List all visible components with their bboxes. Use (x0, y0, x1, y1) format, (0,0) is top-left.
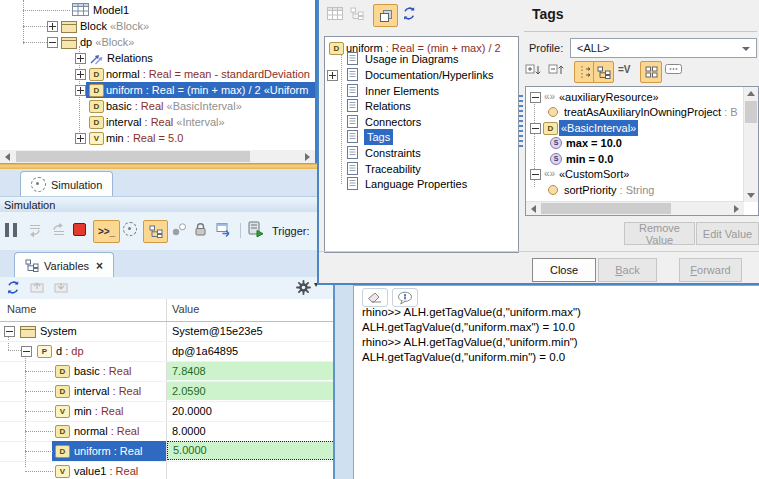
scroll-right-arrow[interactable] (305, 153, 310, 161)
tree-item-block[interactable]: Block «Block» (0, 18, 315, 34)
nav-item-traceability[interactable]: Traceability (325, 161, 518, 177)
table-row-uniform[interactable]: D uniform : Real 5.0000 (0, 441, 333, 462)
show-default-values-icon[interactable] (574, 61, 595, 83)
edit-value-button[interactable]: Edit Value (696, 222, 759, 245)
expand-icon[interactable] (75, 69, 86, 80)
nav-item-constraints[interactable]: Constraints (325, 145, 518, 161)
nav-item-language-properties[interactable]: Language Properties (325, 176, 518, 192)
column-header-value[interactable]: Value (172, 303, 199, 315)
tag-group-basicinterval[interactable]: D «BasicInterval» (526, 120, 742, 136)
expand-all-icon[interactable] (30, 281, 45, 294)
vertical-scrollbar[interactable] (743, 87, 758, 202)
table-view-icon[interactable] (327, 7, 343, 20)
close-button[interactable]: Close (532, 258, 596, 282)
scrollbar-thumb[interactable] (745, 101, 757, 123)
expand-all-icon[interactable] (525, 63, 542, 78)
scroll-right-arrow[interactable] (734, 205, 739, 213)
table-row-min[interactable]: V min : Real 20.0000 (0, 401, 333, 422)
lock-icon[interactable] (194, 222, 207, 237)
expand-icon[interactable] (47, 21, 58, 32)
expand-icon[interactable] (75, 85, 86, 96)
variables-toggle-icon[interactable] (143, 220, 168, 243)
nav-item-documentation[interactable]: Documentation/Hyperlinks (325, 67, 518, 83)
nav-item-connectors[interactable]: Connectors (325, 114, 518, 130)
tree-item-normal[interactable]: D normal : Real = mean - standardDeviati… (0, 66, 315, 82)
row-value[interactable]: 2.0590 (167, 382, 333, 400)
tree-item-dp[interactable]: dp «Block» (0, 34, 315, 50)
grid-view-icon[interactable] (640, 61, 662, 83)
remove-value-button[interactable]: Remove Value (624, 222, 695, 245)
terminate-icon[interactable] (73, 223, 86, 236)
row-value[interactable]: dp@1a64895 (172, 341, 238, 361)
row-value-focused[interactable]: 5.0000 (167, 441, 333, 460)
group-by-profile-icon[interactable] (593, 61, 614, 83)
scrollbar-thumb[interactable] (16, 151, 250, 162)
dialog-splitter[interactable] (519, 95, 523, 147)
table-row-basic[interactable]: D basic : Real 7.8408 (0, 361, 333, 382)
column-header-name[interactable]: Name (7, 303, 36, 315)
tag-item-sortpriority[interactable]: sortPriority : String (526, 182, 742, 198)
refresh-icon[interactable] (6, 280, 21, 295)
message-info-icon[interactable] (392, 288, 418, 307)
collapse-icon[interactable] (21, 346, 32, 357)
nav-item-inner-elements[interactable]: Inner Elements (325, 83, 518, 99)
tree-view-icon[interactable] (350, 7, 364, 20)
tag-item-min[interactable]: S min = 0.0 (526, 151, 742, 167)
tree-item-interval[interactable]: D interval : Real «Interval» (0, 114, 315, 130)
console-toggle-icon[interactable]: >>_ (93, 220, 120, 243)
back-button[interactable]: Back (598, 258, 657, 282)
expand-icon[interactable] (75, 53, 86, 64)
tag-item-treatasauxiliary[interactable]: treatAsAuxiliaryInOwningProject : B (526, 104, 742, 120)
breakpoints-icon[interactable] (172, 223, 187, 236)
clear-console-icon[interactable] (362, 288, 388, 307)
tab-variables[interactable]: Variables × (14, 252, 114, 278)
collapse-icon[interactable] (530, 92, 541, 103)
flat-list-icon[interactable] (665, 64, 682, 74)
row-value[interactable]: 20.0000 (172, 401, 212, 421)
table-row-normal[interactable]: D normal : Real 8.0000 (0, 421, 333, 442)
nav-item-relations[interactable]: Relations (325, 98, 518, 114)
open-in-new-window-icon[interactable] (216, 222, 233, 237)
table-row-system[interactable]: System System@15e23e5 (0, 321, 333, 342)
expand-icon[interactable] (327, 70, 338, 81)
row-value[interactable]: 8.0000 (172, 421, 206, 441)
tree-item-uniform[interactable]: D uniform : Real = (min + max) / 2 «Unif… (0, 82, 315, 98)
row-value[interactable]: 7.8408 (167, 362, 333, 380)
step-over-icon[interactable] (50, 223, 67, 238)
pause-icon[interactable] (5, 223, 17, 237)
nav-item-tags[interactable]: Tags (325, 129, 518, 145)
standalone-window-icon[interactable] (373, 4, 398, 27)
collapse-icon[interactable] (530, 169, 541, 180)
show-values-icon[interactable]: =V (618, 64, 631, 75)
table-row-value1[interactable]: V value1 : Real (0, 461, 333, 479)
tab-simulation[interactable]: Simulation (20, 171, 113, 197)
table-row-interval[interactable]: D interval : Real 2.0590 (0, 381, 333, 402)
refresh-icon[interactable] (402, 6, 417, 21)
collapse-all-icon[interactable] (548, 63, 565, 78)
gear-icon[interactable] (296, 280, 311, 295)
scrollbar-thumb[interactable] (541, 203, 671, 214)
scroll-down-arrow[interactable] (747, 193, 755, 198)
tree-item-min[interactable]: V min : Real = 5.0 (0, 130, 315, 146)
tree-item-model1[interactable]: Model1 (0, 2, 315, 18)
run-server-icon[interactable] (247, 221, 264, 238)
scroll-left-arrow[interactable] (5, 153, 10, 161)
collapse-icon[interactable] (4, 326, 15, 337)
profile-combobox[interactable]: <ALL> (570, 38, 757, 58)
row-value[interactable]: System@15e23e5 (172, 321, 263, 341)
tag-item-max[interactable]: S max = 10.0 (526, 135, 742, 151)
tree-item-relations[interactable]: Relations (0, 50, 315, 66)
step-into-icon[interactable] (26, 223, 43, 238)
nav-item-usage-in-diagrams[interactable]: Usage in Diagrams (325, 51, 518, 67)
table-row-d[interactable]: P d : dp dp@1a64895 (0, 341, 333, 362)
expand-icon[interactable] (75, 133, 86, 144)
horizontal-scrollbar[interactable] (0, 150, 315, 163)
simulation-config-icon[interactable] (123, 222, 137, 236)
close-icon[interactable]: × (96, 259, 103, 273)
horizontal-scrollbar[interactable] (526, 201, 744, 215)
scroll-up-arrow[interactable] (747, 91, 755, 96)
tree-item-basic[interactable]: D basic : Real «BasicInterval» (0, 98, 315, 114)
collapse-icon[interactable] (530, 123, 541, 134)
collapse-all-icon[interactable] (54, 281, 69, 294)
collapse-icon[interactable] (47, 37, 58, 48)
